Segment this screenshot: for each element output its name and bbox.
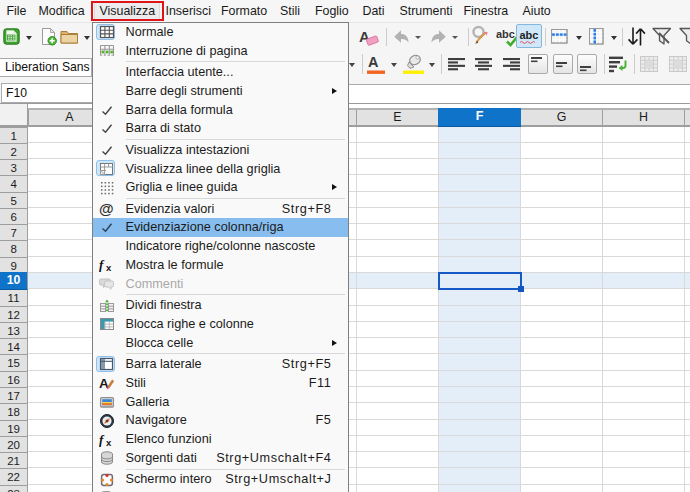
svg-text:abc: abc xyxy=(520,29,539,41)
svg-text:@: @ xyxy=(99,201,114,217)
svg-text:A: A xyxy=(368,54,379,70)
svg-text:abc: abc xyxy=(496,28,515,40)
svg-text:f: f xyxy=(99,432,105,447)
svg-text:x: x xyxy=(106,436,112,447)
svg-text:x: x xyxy=(106,262,112,273)
svg-text:f: f xyxy=(99,257,105,272)
